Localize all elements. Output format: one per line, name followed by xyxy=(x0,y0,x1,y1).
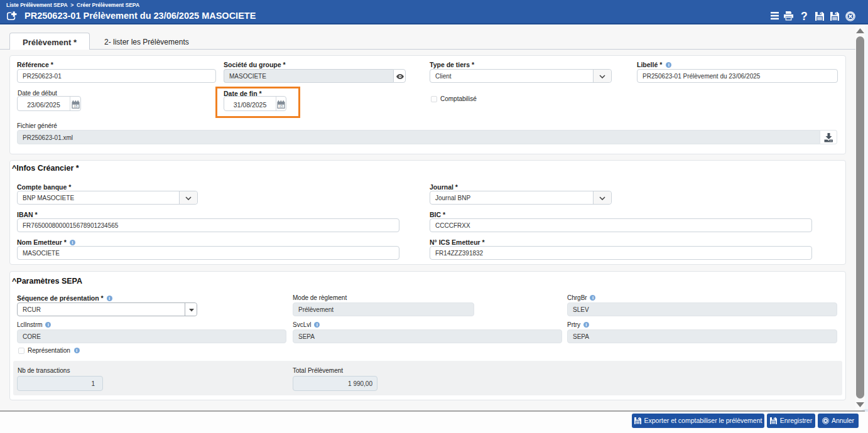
svg-text:15: 15 xyxy=(74,104,78,108)
